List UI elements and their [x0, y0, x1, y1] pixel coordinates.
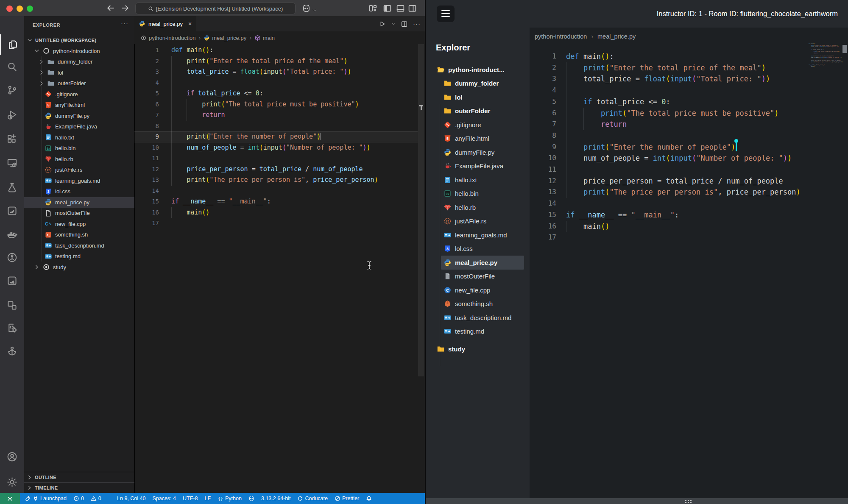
activity-item-testing[interactable]	[0, 177, 24, 198]
explorer-more-actions-button[interactable]: ···	[121, 19, 128, 27]
code-line-15[interactable]: 15if __name__ == "__main__":	[530, 209, 848, 221]
file-item-testing.md[interactable]: testing.md	[426, 325, 530, 339]
status-item-LF[interactable]: LF	[201, 493, 214, 504]
activity-item-containers[interactable]	[0, 295, 24, 315]
toggle-panel-button[interactable]	[396, 4, 405, 13]
minimap[interactable]: def main(): print("Enter the total price…	[809, 43, 843, 107]
remote-indicator[interactable]	[0, 493, 20, 504]
back-button[interactable]	[106, 3, 115, 13]
code-line-5[interactable]: 5 if total_price <= 0:	[530, 96, 848, 108]
status-item-Launchpad[interactable]: Launchpad	[22, 493, 70, 504]
breadcrumb-meal_price.py[interactable]: meal_price.py	[204, 35, 246, 41]
file-item-task_description.md[interactable]: task_description.md	[426, 311, 530, 325]
file-item-.gitignore[interactable]: .gitignore	[24, 89, 134, 100]
activity-item-search[interactable]	[0, 56, 24, 77]
file-item-study[interactable]: study	[426, 342, 530, 356]
forward-button[interactable]	[120, 3, 130, 13]
code-line-14[interactable]: 14	[530, 198, 848, 209]
code-line-2[interactable]: 2 print("Enter the total price of the me…	[134, 56, 418, 67]
status-item-cat-face[interactable]	[245, 493, 258, 504]
code-line-10[interactable]: 10 num_of_people = int(input("Number of …	[530, 153, 848, 164]
activity-item-docker[interactable]	[0, 224, 24, 245]
code-line-3[interactable]: 3 total_price = float(input("Total price…	[530, 73, 848, 85]
folder-item-outerFolder[interactable]: outerFolder	[24, 78, 134, 89]
code-line-17[interactable]: 17	[530, 232, 848, 243]
code-line-11[interactable]: 11	[134, 153, 418, 164]
activity-item-extension-a[interactable]	[0, 200, 24, 221]
code-line-4[interactable]: 4	[134, 78, 418, 89]
code-line-14[interactable]: 14	[134, 186, 418, 197]
status-item-Spaces: 4[interactable]: Spaces: 4	[149, 493, 179, 504]
bottom-resize-bar[interactable]	[426, 498, 848, 504]
activity-item-anchor[interactable]	[0, 341, 24, 361]
activity-item-account[interactable]	[0, 446, 24, 467]
activity-item-settings[interactable]	[0, 472, 24, 492]
status-item-bell[interactable]	[363, 493, 375, 504]
code-line-10[interactable]: 10 num_of_people = int(input("Number of …	[134, 142, 418, 153]
file-item-hello.bin[interactable]: 0xhello.bin	[24, 143, 134, 154]
file-item-anyFile.html[interactable]: 5anyFile.html	[24, 100, 134, 111]
file-item-meal_price.py[interactable]: meal_price.py	[24, 197, 134, 208]
folder-item-lol[interactable]: lol	[24, 67, 134, 78]
breadcrumb-meal_price.py[interactable]: meal_price.py	[597, 33, 636, 40]
activity-item-extension-b[interactable]	[0, 270, 24, 291]
file-item-learning_goals.md[interactable]: learning_goals.md	[24, 175, 134, 187]
status-item-0[interactable]: 0	[87, 493, 105, 504]
file-item-new_file.cpp[interactable]: Cnew_file.cpp	[426, 283, 530, 297]
status-item-Prettier[interactable]: Prettier	[331, 493, 363, 504]
file-item-something.sh[interactable]: something.sh	[426, 297, 530, 311]
code-line-2[interactable]: 2 print("Enter the total price of the me…	[530, 62, 848, 74]
status-item-3.13.2 64-bit[interactable]: 3.13.2 64-bit	[258, 493, 294, 504]
code-line-4[interactable]: 4	[530, 85, 848, 96]
file-item-lol.css[interactable]: 3lol.css	[426, 242, 530, 256]
code-line-1[interactable]: 1def main():	[134, 45, 418, 56]
status-item-Ln 9, Col 40[interactable]: Ln 9, Col 40	[114, 493, 149, 504]
activity-item-extensions[interactable]	[0, 128, 24, 149]
folder-item-UNTITLED (WORKSPACE)[interactable]: UNTITLED (WORKSPACE)	[24, 35, 134, 46]
file-item-hallo.txt[interactable]: hallo.txt	[24, 132, 134, 143]
code-line-6[interactable]: 6 print("The total price must be positiv…	[530, 108, 848, 119]
file-item-meal_price.py[interactable]: meal_price.py	[441, 256, 524, 270]
code-line-11[interactable]: 11	[530, 164, 848, 175]
file-item-mostOuterFile[interactable]: mostOuterFile	[24, 208, 134, 219]
status-item-UTF-8[interactable]: UTF-8	[179, 493, 201, 504]
file-item-new_file.cpp[interactable]: Cnew_file.cpp	[24, 219, 134, 230]
menu-button[interactable]	[437, 6, 455, 22]
profile-icon[interactable]	[302, 4, 311, 13]
breadcrumb-python-introduction[interactable]: python-introduction	[140, 35, 196, 41]
code-line-1[interactable]: 1def main():	[530, 51, 848, 62]
code-line-13[interactable]: 13 print("The price per person is", pric…	[530, 187, 848, 198]
activity-item-source-control[interactable]	[0, 80, 24, 100]
breadcrumb-python-introduction[interactable]: python-introduction	[535, 33, 587, 40]
code-line-12[interactable]: 12 price_per_person = total_price / num_…	[530, 175, 848, 187]
code-editor[interactable]: 1def main():2 print("Enter the total pri…	[134, 45, 418, 257]
code-line-6[interactable]: 6 print("The total price must be positiv…	[134, 99, 418, 110]
file-item-hello.rb[interactable]: hello.rb	[426, 200, 530, 214]
file-item-task_description.md[interactable]: task_description.md	[24, 240, 134, 251]
file-item-.gitignore[interactable]: .gitignore	[426, 118, 530, 132]
file-item-testing.md[interactable]: testing.md	[24, 251, 134, 262]
split-editor-button[interactable]	[401, 20, 408, 28]
editor-scrollbar[interactable]	[418, 44, 424, 376]
code-line-8[interactable]: 8	[134, 121, 418, 132]
code-line-8[interactable]: 8	[530, 130, 848, 142]
code-line-7[interactable]: 7 return	[134, 110, 418, 121]
status-item-Coducate[interactable]: Coducate	[294, 493, 331, 504]
tab-meal-price-py[interactable]: meal_price.py ×	[134, 16, 196, 31]
file-item-lol.css[interactable]: 3lol.css	[24, 186, 134, 197]
file-item-lol[interactable]: lol	[426, 90, 530, 104]
minimap-scrollbar-handle[interactable]	[842, 45, 847, 53]
run-dropdown-chevron-icon[interactable]	[391, 20, 396, 28]
close-window-button[interactable]	[6, 6, 13, 12]
file-item-hello.rb[interactable]: hello.rb	[24, 154, 134, 165]
status-item-Python[interactable]: {}Python	[214, 493, 245, 504]
activity-item-remote-explorer[interactable]	[0, 153, 24, 173]
file-item-ExampleFile.java[interactable]: ExampleFile.java	[426, 159, 530, 173]
code-line-9[interactable]: 9 print("Enter the number of people")	[530, 142, 848, 153]
code-line-9[interactable]: 9 print("Enter the number of people")	[134, 131, 418, 142]
toggle-primary-sidebar-button[interactable]	[383, 4, 392, 13]
file-item-hello.bin[interactable]: 0xhello.bin	[426, 187, 530, 201]
folder-item-study[interactable]: study	[24, 262, 134, 273]
code-line-3[interactable]: 3 total_price = float(input("Total price…	[134, 67, 418, 78]
file-item-something.sh[interactable]: something.sh	[24, 229, 134, 240]
